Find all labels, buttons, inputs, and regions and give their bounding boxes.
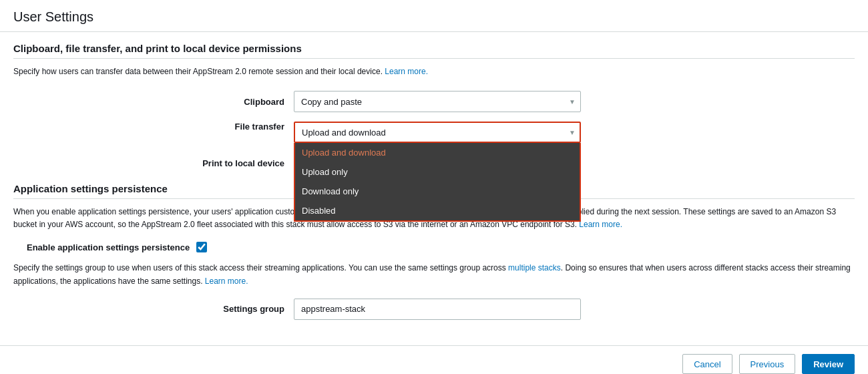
review-button[interactable]: Review bbox=[802, 354, 855, 374]
settings-group-input[interactable] bbox=[294, 299, 581, 320]
file-transfer-wrap: Upload and download Upload only Download… bbox=[294, 122, 581, 143]
enable-persistence-label: Enable application settings persistence bbox=[27, 242, 190, 252]
dropdown-item-disabled[interactable]: Disabled bbox=[295, 201, 580, 220]
settings-group-row: Settings group bbox=[13, 299, 855, 320]
clipboard-section: Clipboard, file transfer, and print to l… bbox=[13, 43, 855, 77]
page-title: User Settings bbox=[13, 9, 855, 25]
settings-group-label: Settings group bbox=[13, 304, 294, 314]
section-divider bbox=[13, 58, 855, 59]
file-transfer-label: File transfer bbox=[13, 122, 294, 132]
dropdown-item-upload-download[interactable]: Upload and download bbox=[295, 143, 580, 162]
page-header: User Settings bbox=[0, 0, 868, 32]
dropdown-item-download-only[interactable]: Download only bbox=[295, 182, 580, 201]
settings-group-desc: Specify the settings group to use when u… bbox=[13, 262, 855, 287]
multiple-stacks-link[interactable]: multiple stacks bbox=[508, 263, 561, 272]
section-title: Clipboard, file transfer, and print to l… bbox=[13, 43, 855, 54]
file-transfer-dropdown: Upload and download Upload only Download… bbox=[294, 143, 581, 222]
enable-persistence-checkbox[interactable] bbox=[196, 242, 207, 252]
file-transfer-select[interactable]: Upload and download Upload only Download… bbox=[294, 122, 581, 143]
app-learn-more-link[interactable]: Learn more. bbox=[579, 220, 622, 229]
previous-button[interactable]: Previous bbox=[739, 354, 796, 374]
enable-persistence-row: Enable application settings persistence bbox=[13, 242, 855, 252]
clipboard-control-wrap: Copy and paste Copy only Paste only Disa… bbox=[294, 91, 581, 112]
clipboard-select[interactable]: Copy and paste Copy only Paste only Disa… bbox=[294, 91, 581, 112]
section-desc: Specify how users can transfer data betw… bbox=[13, 65, 855, 77]
dropdown-item-upload-only[interactable]: Upload only bbox=[295, 162, 580, 182]
page-footer: Cancel Previous Review bbox=[0, 345, 868, 374]
content-area: Clipboard, file transfer, and print to l… bbox=[0, 32, 868, 374]
clipboard-label: Clipboard bbox=[13, 97, 294, 107]
print-label: Print to local device bbox=[13, 158, 294, 168]
file-transfer-row: File transfer Upload and download Upload… bbox=[13, 122, 855, 143]
settings-learn-more-link[interactable]: Learn more. bbox=[205, 276, 248, 286]
learn-more-link[interactable]: Learn more. bbox=[385, 67, 428, 76]
cancel-button[interactable]: Cancel bbox=[682, 354, 732, 374]
clipboard-row: Clipboard Copy and paste Copy only Paste… bbox=[13, 91, 855, 112]
